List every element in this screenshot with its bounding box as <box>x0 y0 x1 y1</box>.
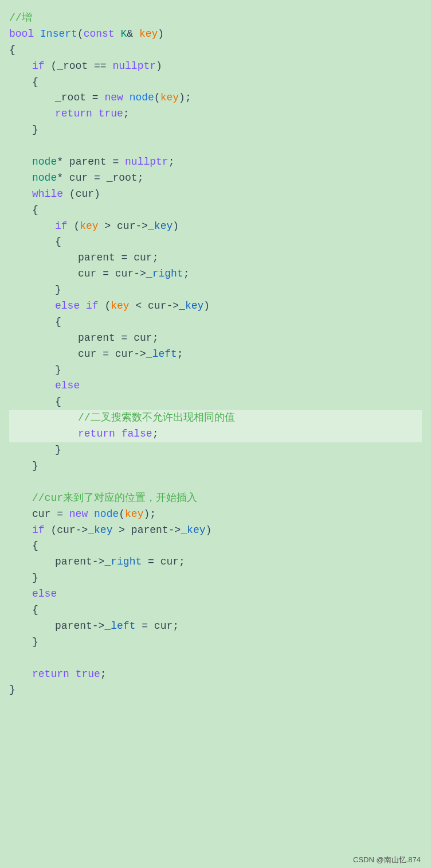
code-token: node <box>130 90 154 106</box>
code-token: } <box>55 282 61 298</box>
code-token: cur <box>115 266 134 282</box>
code-line: if (_root == nullptr) <box>9 59 422 75</box>
code-line: } <box>9 363 422 379</box>
code-token: -> <box>169 523 181 539</box>
code-token: ; <box>173 618 179 635</box>
code-line: { <box>9 314 422 330</box>
code-token: * <box>57 154 69 170</box>
code-token: ) <box>94 186 100 203</box>
code-token: cur <box>134 330 152 347</box>
code-token <box>115 26 121 42</box>
code-token: { <box>9 42 15 59</box>
code-line: //二叉搜索数不允许出现相同的值 <box>9 410 422 426</box>
code-token: K <box>120 26 127 42</box>
code-token: cur <box>134 250 152 266</box>
code-token: true <box>76 667 100 683</box>
code-token: _key <box>148 219 173 235</box>
code-token: return <box>55 106 92 122</box>
code-line: bool Insert(const K& key) <box>9 26 422 42</box>
code-line: cur = cur->_right; <box>9 266 422 282</box>
code-line: else <box>9 378 422 394</box>
code-line: cur = new node(key); <box>9 507 422 523</box>
code-line: } <box>9 458 422 474</box>
code-token: _root <box>57 59 88 75</box>
code-token <box>34 26 40 42</box>
code-token: ( <box>77 26 84 42</box>
code-token: cur <box>76 186 94 203</box>
code-token: ; <box>138 170 144 186</box>
code-token: = <box>142 554 160 570</box>
code-token: } <box>32 635 38 651</box>
code-token: true <box>99 106 123 122</box>
code-token: bool <box>9 26 34 42</box>
code-token: = <box>50 507 69 523</box>
code-token: cur <box>148 298 166 314</box>
code-token: _key <box>181 523 205 539</box>
code-token: parent <box>69 154 107 170</box>
code-line: //增 <box>9 10 422 26</box>
code-token: _left <box>146 347 177 363</box>
code-token: -> <box>135 219 148 235</box>
code-token: ( <box>45 59 57 75</box>
code-token: node <box>32 170 57 186</box>
code-token: ( <box>45 523 57 539</box>
code-token: -> <box>134 266 146 282</box>
code-line: } <box>9 282 422 298</box>
code-token: ( <box>154 90 160 106</box>
code-token: = <box>107 154 125 170</box>
code-token: = <box>88 170 106 186</box>
code-token: ; <box>152 330 159 347</box>
code-token: -> <box>134 347 146 363</box>
code-line: node* parent = nullptr; <box>9 154 422 170</box>
code-line: //cur来到了对应的位置，开始插入 <box>9 491 422 507</box>
code-token: ( <box>63 186 76 203</box>
code-token: _key <box>88 523 112 539</box>
code-token: _key <box>179 298 203 314</box>
code-lines: //增bool Insert(const K& key){if (_root =… <box>9 10 422 698</box>
code-line: while (cur) <box>9 186 422 203</box>
code-line <box>9 138 422 154</box>
code-line: } <box>9 570 422 586</box>
code-token: = <box>115 250 134 266</box>
code-token: ; <box>100 667 107 683</box>
code-token: ( <box>99 298 111 314</box>
code-line <box>9 474 422 491</box>
code-token: ) <box>206 523 212 539</box>
code-line: } <box>9 682 422 698</box>
code-token <box>115 426 122 442</box>
code-token: key <box>160 90 179 106</box>
code-line: parent->_right = cur; <box>9 554 422 570</box>
code-line: { <box>9 602 422 618</box>
code-token: else <box>55 298 80 314</box>
code-token: ); <box>179 90 191 106</box>
code-line: return false; <box>9 426 422 442</box>
code-token: } <box>32 570 38 586</box>
code-token: cur <box>69 170 88 186</box>
code-token: const <box>84 26 115 42</box>
code-token: ) <box>156 59 162 75</box>
code-token: //cur来到了对应的位置，开始插入 <box>32 491 197 507</box>
code-token: = <box>96 266 115 282</box>
code-token: -> <box>166 298 179 314</box>
code-token: -> <box>92 554 105 570</box>
code-token: parent <box>78 250 115 266</box>
code-token: return <box>78 426 115 442</box>
code-token: ; <box>169 154 175 170</box>
code-line: else if (key < cur->_key) <box>9 298 422 314</box>
code-token: & <box>127 26 139 42</box>
code-token: cur <box>115 347 134 363</box>
code-line: { <box>9 42 422 59</box>
code-token <box>80 298 86 314</box>
code-token: new <box>104 90 123 106</box>
code-token <box>69 667 76 683</box>
code-token: false <box>122 426 152 442</box>
code-token: } <box>55 442 61 458</box>
code-line: parent = cur; <box>9 250 422 266</box>
code-line: } <box>9 635 422 651</box>
code-token: ( <box>119 507 125 523</box>
code-token: ( <box>68 219 80 235</box>
code-line <box>9 651 422 667</box>
code-token: > <box>99 219 117 235</box>
code-line: _root = new node(key); <box>9 90 422 106</box>
code-token: cur <box>117 219 135 235</box>
